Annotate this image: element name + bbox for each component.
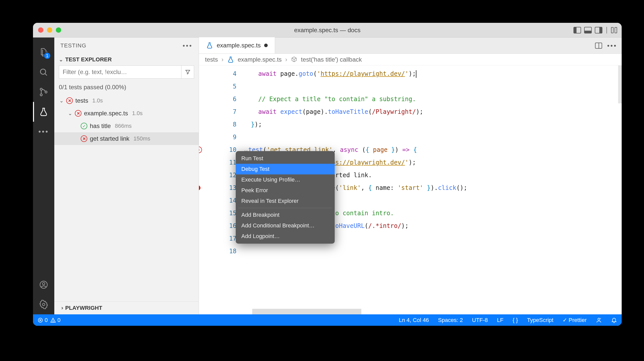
editor: example.spec.ts ••• tests › example.spec… <box>199 38 622 314</box>
status-warnings[interactable]: 0 <box>50 317 60 323</box>
sidebar-more-icon[interactable]: ••• <box>183 42 193 50</box>
context-menu: Run TestDebug TestExecute Using Profile…… <box>236 151 335 244</box>
glyph-margin <box>199 65 217 314</box>
fail-icon: ✕ <box>75 110 81 117</box>
menu-item[interactable]: Add Breakpoint <box>236 210 335 220</box>
tab-strip: example.spec.ts ••• <box>199 38 622 54</box>
playwright-label: PLAYWRIGHT <box>65 305 102 311</box>
status-spaces[interactable]: Spaces: 2 <box>438 317 463 323</box>
breadcrumb[interactable]: tests › example.spec.ts › test('has titl… <box>199 54 622 65</box>
activity-settings[interactable] <box>33 295 54 314</box>
fail-icon: ✕ <box>81 135 87 142</box>
toggle-primary-sidebar-icon[interactable] <box>573 27 581 33</box>
test-explorer-label: TEST EXPLORER <box>65 56 112 63</box>
code-line[interactable]: await page.goto('https://playwright.dev/… <box>244 67 622 80</box>
svg-point-0 <box>40 69 46 74</box>
status-ln-col[interactable]: Ln 4, Col 46 <box>399 317 429 323</box>
editor-more-icon[interactable]: ••• <box>607 42 617 50</box>
svg-point-3 <box>40 94 42 96</box>
fail-icon: ✕ <box>66 97 73 104</box>
svg-point-7 <box>42 303 45 306</box>
test-suite-row[interactable]: ⌄ ✕ tests 1.0s <box>54 94 199 107</box>
activity-search[interactable] <box>33 62 54 82</box>
breadcrumb-folder[interactable]: tests <box>205 56 218 63</box>
code-line[interactable]: }); <box>244 118 622 131</box>
filter-icon[interactable] <box>181 65 194 79</box>
menu-item[interactable]: Run Test <box>236 153 335 164</box>
test-case-row[interactable]: ✓ has title 866ms <box>54 120 199 132</box>
code-line[interactable] <box>244 131 622 143</box>
activity-explorer[interactable]: 1 <box>33 43 54 62</box>
svg-point-12 <box>53 321 53 322</box>
flask-icon <box>227 56 234 63</box>
overview-ruler <box>617 65 622 314</box>
toggle-panel-icon[interactable] <box>584 27 592 33</box>
test-file-label: example.spec.ts <box>84 110 128 117</box>
test-pass-status: 0/1 tests passed (0.00%) <box>54 82 199 94</box>
status-bar: 0 0 Ln 4, Col 46 Spaces: 2 UTF-8 LF { } … <box>33 314 622 326</box>
close-button[interactable] <box>38 27 43 33</box>
test-duration: 1.0s <box>132 110 143 117</box>
svg-point-13 <box>598 318 600 320</box>
playwright-panel-header[interactable]: ⌄ PLAYWRIGHT <box>54 301 199 314</box>
status-brackets[interactable]: { } <box>513 317 518 323</box>
test-explorer-header[interactable]: ⌄ TEST EXPLORER <box>54 54 199 65</box>
test-duration: 866ms <box>115 123 132 129</box>
status-notifications-icon[interactable] <box>611 317 617 323</box>
test-suite-label: tests <box>75 97 88 104</box>
activity-testing[interactable] <box>33 102 54 122</box>
menu-item[interactable]: Peek Error <box>236 185 335 196</box>
test-file-row[interactable]: ⌄ ✕ example.spec.ts 1.0s <box>54 107 199 120</box>
breadcrumb-symbol[interactable]: test('has title') callback <box>301 56 362 63</box>
sidebar-title: TESTING <box>60 42 86 49</box>
svg-point-2 <box>40 88 42 90</box>
menu-item[interactable]: Debug Test <box>236 164 335 174</box>
chevron-right-icon: › <box>222 56 224 63</box>
minimize-button[interactable] <box>47 27 52 33</box>
breadcrumb-file[interactable]: example.spec.ts <box>238 56 282 63</box>
sidebar: TESTING ••• ⌄ TEST EXPLORER 0/1 tests pa… <box>54 38 199 314</box>
status-feedback-icon[interactable] <box>596 317 602 323</box>
traffic-lights <box>38 27 61 33</box>
menu-item[interactable]: Reveal in Test Explorer <box>236 196 335 206</box>
code-line[interactable] <box>244 245 622 258</box>
activity-accounts[interactable] <box>33 275 54 295</box>
symbol-icon <box>291 56 297 63</box>
menu-separator <box>238 208 332 208</box>
titlebar: example.spec.ts — docs <box>33 23 622 38</box>
status-errors[interactable]: 0 <box>38 317 48 323</box>
pass-icon: ✓ <box>81 123 87 129</box>
status-encoding[interactable]: UTF-8 <box>472 317 488 323</box>
split-editor-icon[interactable] <box>595 43 602 49</box>
menu-item[interactable]: Add Logpoint… <box>236 231 335 242</box>
error-icon <box>38 317 43 323</box>
test-duration: 150ms <box>133 135 150 142</box>
status-formatter[interactable]: ✓ Prettier <box>563 317 587 323</box>
code-area[interactable]: 45678910✕1112131415161718 await page.got… <box>199 65 622 314</box>
test-tree: ⌄ ✕ tests 1.0s ⌄ ✕ example.spec.ts 1.0s … <box>54 94 199 145</box>
test-case-label: get started link <box>90 135 129 142</box>
horizontal-scrollbar[interactable] <box>252 309 361 314</box>
customize-layout-icon[interactable] <box>611 27 617 33</box>
code-line[interactable]: // Expect a title "to contain" a substri… <box>244 93 622 105</box>
tab-filename: example.spec.ts <box>217 42 261 49</box>
flask-icon <box>206 42 213 49</box>
dirty-indicator <box>264 44 268 47</box>
chevron-right-icon: › <box>285 56 287 63</box>
test-filter-input[interactable] <box>59 65 181 79</box>
editor-tab[interactable]: example.spec.ts <box>199 37 275 53</box>
code-line[interactable] <box>244 80 622 93</box>
test-case-row[interactable]: ✕ get started link 150ms <box>54 132 199 145</box>
menu-item[interactable]: Add Conditional Breakpoint… <box>236 220 335 231</box>
activity-more[interactable]: ••• <box>33 122 54 141</box>
chevron-right-icon: ⌄ <box>58 306 64 310</box>
menu-item[interactable]: Execute Using Profile… <box>236 174 335 185</box>
status-language[interactable]: TypeScript <box>527 317 553 323</box>
zoom-button[interactable] <box>56 27 61 33</box>
status-eol[interactable]: LF <box>497 317 504 323</box>
svg-point-6 <box>42 282 45 285</box>
code-line[interactable]: await expect(page).toHaveTitle(/Playwrig… <box>244 105 622 118</box>
activity-source-control[interactable] <box>33 82 54 102</box>
vscode-window: example.spec.ts — docs 1 <box>33 23 622 326</box>
toggle-secondary-sidebar-icon[interactable] <box>595 27 602 33</box>
